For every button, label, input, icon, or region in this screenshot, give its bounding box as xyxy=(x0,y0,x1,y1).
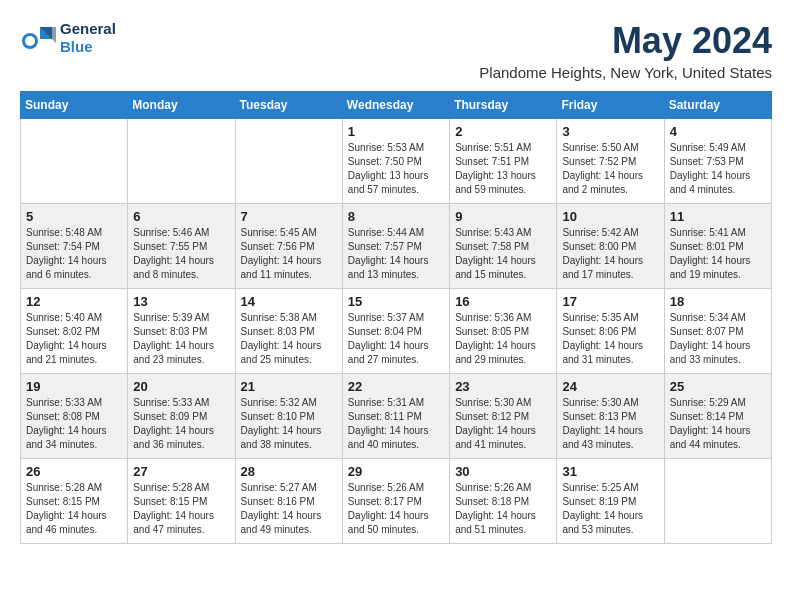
calendar-cell xyxy=(128,119,235,204)
day-info: Sunrise: 5:53 AMSunset: 7:50 PMDaylight:… xyxy=(348,141,444,197)
day-number: 10 xyxy=(562,209,658,224)
day-number: 3 xyxy=(562,124,658,139)
calendar-table: SundayMondayTuesdayWednesdayThursdayFrid… xyxy=(20,91,772,544)
day-info: Sunrise: 5:31 AMSunset: 8:11 PMDaylight:… xyxy=(348,396,444,452)
weekday-header: Saturday xyxy=(664,92,771,119)
calendar-week: 1Sunrise: 5:53 AMSunset: 7:50 PMDaylight… xyxy=(21,119,772,204)
title-block: May 2024 Plandome Heights, New York, Uni… xyxy=(479,20,772,81)
day-info: Sunrise: 5:49 AMSunset: 7:53 PMDaylight:… xyxy=(670,141,766,197)
calendar-cell: 27Sunrise: 5:28 AMSunset: 8:15 PMDayligh… xyxy=(128,459,235,544)
calendar-cell: 24Sunrise: 5:30 AMSunset: 8:13 PMDayligh… xyxy=(557,374,664,459)
day-number: 12 xyxy=(26,294,122,309)
weekday-header: Friday xyxy=(557,92,664,119)
day-number: 22 xyxy=(348,379,444,394)
calendar-cell: 2Sunrise: 5:51 AMSunset: 7:51 PMDaylight… xyxy=(450,119,557,204)
day-number: 7 xyxy=(241,209,337,224)
weekday-header: Tuesday xyxy=(235,92,342,119)
calendar-cell: 30Sunrise: 5:26 AMSunset: 8:18 PMDayligh… xyxy=(450,459,557,544)
calendar-week: 26Sunrise: 5:28 AMSunset: 8:15 PMDayligh… xyxy=(21,459,772,544)
calendar-cell: 17Sunrise: 5:35 AMSunset: 8:06 PMDayligh… xyxy=(557,289,664,374)
day-info: Sunrise: 5:39 AMSunset: 8:03 PMDaylight:… xyxy=(133,311,229,367)
day-number: 15 xyxy=(348,294,444,309)
day-number: 28 xyxy=(241,464,337,479)
day-info: Sunrise: 5:44 AMSunset: 7:57 PMDaylight:… xyxy=(348,226,444,282)
day-number: 17 xyxy=(562,294,658,309)
calendar-cell: 22Sunrise: 5:31 AMSunset: 8:11 PMDayligh… xyxy=(342,374,449,459)
calendar-week: 19Sunrise: 5:33 AMSunset: 8:08 PMDayligh… xyxy=(21,374,772,459)
day-number: 1 xyxy=(348,124,444,139)
calendar-cell: 29Sunrise: 5:26 AMSunset: 8:17 PMDayligh… xyxy=(342,459,449,544)
weekday-header: Thursday xyxy=(450,92,557,119)
day-info: Sunrise: 5:28 AMSunset: 8:15 PMDaylight:… xyxy=(26,481,122,537)
day-number: 5 xyxy=(26,209,122,224)
day-info: Sunrise: 5:37 AMSunset: 8:04 PMDaylight:… xyxy=(348,311,444,367)
calendar-cell: 21Sunrise: 5:32 AMSunset: 8:10 PMDayligh… xyxy=(235,374,342,459)
day-info: Sunrise: 5:45 AMSunset: 7:56 PMDaylight:… xyxy=(241,226,337,282)
day-info: Sunrise: 5:30 AMSunset: 8:12 PMDaylight:… xyxy=(455,396,551,452)
day-number: 26 xyxy=(26,464,122,479)
calendar-cell: 23Sunrise: 5:30 AMSunset: 8:12 PMDayligh… xyxy=(450,374,557,459)
weekday-header: Wednesday xyxy=(342,92,449,119)
calendar-cell: 9Sunrise: 5:43 AMSunset: 7:58 PMDaylight… xyxy=(450,204,557,289)
day-number: 27 xyxy=(133,464,229,479)
weekday-header: Monday xyxy=(128,92,235,119)
day-info: Sunrise: 5:27 AMSunset: 8:16 PMDaylight:… xyxy=(241,481,337,537)
day-info: Sunrise: 5:34 AMSunset: 8:07 PMDaylight:… xyxy=(670,311,766,367)
day-number: 20 xyxy=(133,379,229,394)
weekday-header: Sunday xyxy=(21,92,128,119)
day-number: 31 xyxy=(562,464,658,479)
calendar-cell: 20Sunrise: 5:33 AMSunset: 8:09 PMDayligh… xyxy=(128,374,235,459)
calendar-cell: 10Sunrise: 5:42 AMSunset: 8:00 PMDayligh… xyxy=(557,204,664,289)
calendar-cell: 15Sunrise: 5:37 AMSunset: 8:04 PMDayligh… xyxy=(342,289,449,374)
day-info: Sunrise: 5:26 AMSunset: 8:18 PMDaylight:… xyxy=(455,481,551,537)
month-title: May 2024 xyxy=(479,20,772,62)
day-info: Sunrise: 5:41 AMSunset: 8:01 PMDaylight:… xyxy=(670,226,766,282)
calendar-cell: 14Sunrise: 5:38 AMSunset: 8:03 PMDayligh… xyxy=(235,289,342,374)
day-info: Sunrise: 5:43 AMSunset: 7:58 PMDaylight:… xyxy=(455,226,551,282)
logo-icon xyxy=(20,23,56,53)
calendar-cell: 4Sunrise: 5:49 AMSunset: 7:53 PMDaylight… xyxy=(664,119,771,204)
day-number: 23 xyxy=(455,379,551,394)
svg-point-4 xyxy=(25,36,35,46)
day-number: 24 xyxy=(562,379,658,394)
calendar-cell: 19Sunrise: 5:33 AMSunset: 8:08 PMDayligh… xyxy=(21,374,128,459)
logo-text: General Blue xyxy=(60,20,116,56)
day-info: Sunrise: 5:30 AMSunset: 8:13 PMDaylight:… xyxy=(562,396,658,452)
day-number: 19 xyxy=(26,379,122,394)
calendar-cell: 7Sunrise: 5:45 AMSunset: 7:56 PMDaylight… xyxy=(235,204,342,289)
day-info: Sunrise: 5:51 AMSunset: 7:51 PMDaylight:… xyxy=(455,141,551,197)
day-number: 29 xyxy=(348,464,444,479)
location: Plandome Heights, New York, United State… xyxy=(479,64,772,81)
calendar-week: 5Sunrise: 5:48 AMSunset: 7:54 PMDaylight… xyxy=(21,204,772,289)
day-info: Sunrise: 5:40 AMSunset: 8:02 PMDaylight:… xyxy=(26,311,122,367)
calendar-cell: 8Sunrise: 5:44 AMSunset: 7:57 PMDaylight… xyxy=(342,204,449,289)
calendar-cell: 6Sunrise: 5:46 AMSunset: 7:55 PMDaylight… xyxy=(128,204,235,289)
calendar-cell: 11Sunrise: 5:41 AMSunset: 8:01 PMDayligh… xyxy=(664,204,771,289)
day-info: Sunrise: 5:26 AMSunset: 8:17 PMDaylight:… xyxy=(348,481,444,537)
day-number: 16 xyxy=(455,294,551,309)
calendar-cell: 3Sunrise: 5:50 AMSunset: 7:52 PMDaylight… xyxy=(557,119,664,204)
day-number: 9 xyxy=(455,209,551,224)
calendar-cell xyxy=(664,459,771,544)
day-info: Sunrise: 5:33 AMSunset: 8:09 PMDaylight:… xyxy=(133,396,229,452)
day-number: 2 xyxy=(455,124,551,139)
day-number: 13 xyxy=(133,294,229,309)
calendar-header: SundayMondayTuesdayWednesdayThursdayFrid… xyxy=(21,92,772,119)
calendar-cell: 12Sunrise: 5:40 AMSunset: 8:02 PMDayligh… xyxy=(21,289,128,374)
calendar-week: 12Sunrise: 5:40 AMSunset: 8:02 PMDayligh… xyxy=(21,289,772,374)
day-info: Sunrise: 5:48 AMSunset: 7:54 PMDaylight:… xyxy=(26,226,122,282)
day-number: 30 xyxy=(455,464,551,479)
calendar-cell: 16Sunrise: 5:36 AMSunset: 8:05 PMDayligh… xyxy=(450,289,557,374)
day-info: Sunrise: 5:33 AMSunset: 8:08 PMDaylight:… xyxy=(26,396,122,452)
calendar-body: 1Sunrise: 5:53 AMSunset: 7:50 PMDaylight… xyxy=(21,119,772,544)
day-info: Sunrise: 5:50 AMSunset: 7:52 PMDaylight:… xyxy=(562,141,658,197)
calendar-cell xyxy=(21,119,128,204)
logo: General Blue xyxy=(20,20,116,56)
day-info: Sunrise: 5:35 AMSunset: 8:06 PMDaylight:… xyxy=(562,311,658,367)
day-number: 14 xyxy=(241,294,337,309)
page-header: General Blue May 2024 Plandome Heights, … xyxy=(20,20,772,81)
calendar-cell: 26Sunrise: 5:28 AMSunset: 8:15 PMDayligh… xyxy=(21,459,128,544)
day-number: 11 xyxy=(670,209,766,224)
calendar-cell: 28Sunrise: 5:27 AMSunset: 8:16 PMDayligh… xyxy=(235,459,342,544)
calendar-cell: 31Sunrise: 5:25 AMSunset: 8:19 PMDayligh… xyxy=(557,459,664,544)
